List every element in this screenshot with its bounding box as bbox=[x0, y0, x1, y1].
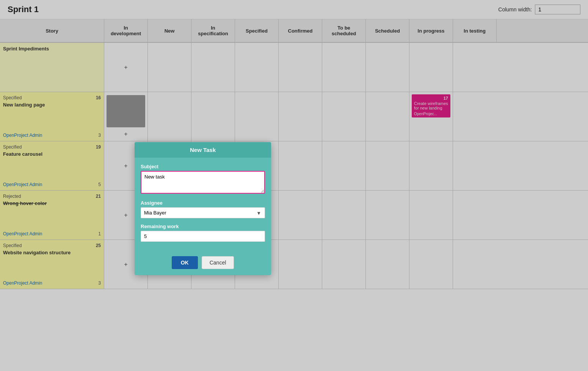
ok-button[interactable]: OK bbox=[172, 256, 198, 269]
subject-field: Subject New task bbox=[141, 164, 265, 195]
remaining-work-input[interactable] bbox=[141, 231, 265, 242]
subject-label: Subject bbox=[141, 164, 265, 169]
assignee-select[interactable]: Mia Bayer OpenProject Admin bbox=[141, 207, 265, 218]
subject-input[interactable]: New task bbox=[141, 171, 265, 194]
assignee-select-wrapper: Mia Bayer OpenProject Admin ▼ bbox=[141, 207, 265, 218]
remaining-work-label: Remaining work bbox=[141, 224, 265, 229]
cancel-button[interactable]: Cancel bbox=[202, 256, 234, 269]
modal-actions: OK Cancel bbox=[135, 253, 271, 275]
new-task-modal: New Task Subject New task Assignee Mia B… bbox=[135, 142, 271, 275]
modal-title: New Task bbox=[135, 142, 271, 158]
modal-body: Subject New task Assignee Mia Bayer Open… bbox=[135, 158, 271, 253]
modal-overlay: New Task Subject New task Assignee Mia B… bbox=[0, 0, 588, 368]
assignee-field: Assignee Mia Bayer OpenProject Admin ▼ bbox=[141, 200, 265, 218]
remaining-work-field: Remaining work bbox=[141, 224, 265, 242]
assignee-label: Assignee bbox=[141, 200, 265, 206]
